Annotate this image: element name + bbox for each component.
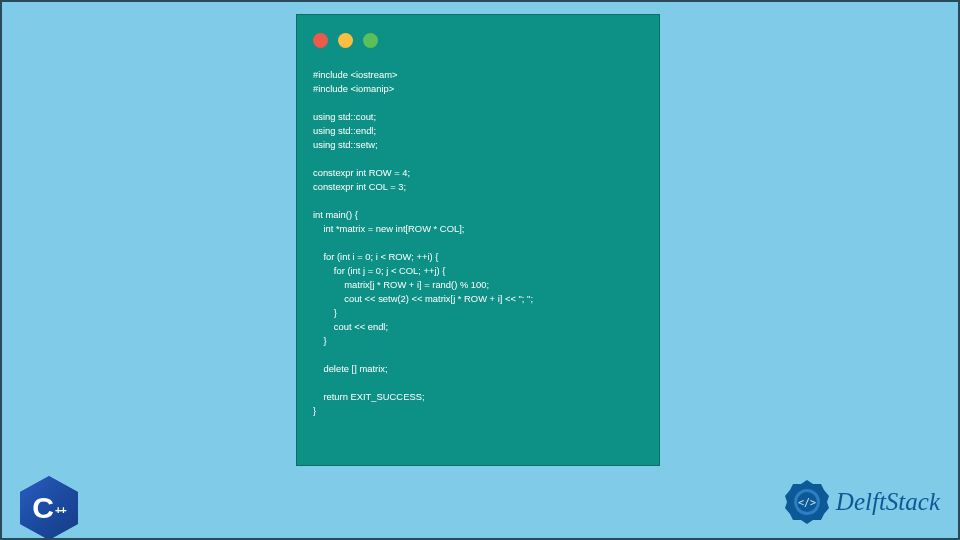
cpp-plus-plus: ++ [55,506,66,515]
minimize-dot-icon [338,33,353,48]
maximize-dot-icon [363,33,378,48]
brand-name: DelftStack [836,488,940,516]
code-block: #include <iostream> #include <iomanip> u… [297,56,659,418]
brand-badge-icon: </> [784,479,830,525]
close-dot-icon [313,33,328,48]
code-window: #include <iostream> #include <iomanip> u… [296,14,660,466]
svg-text:</>: </> [798,497,816,508]
brand: </> DelftStack [784,479,940,525]
cpp-c-letter: C [32,491,54,525]
window-controls [297,15,659,56]
cpp-logo: C ++ [20,476,78,540]
